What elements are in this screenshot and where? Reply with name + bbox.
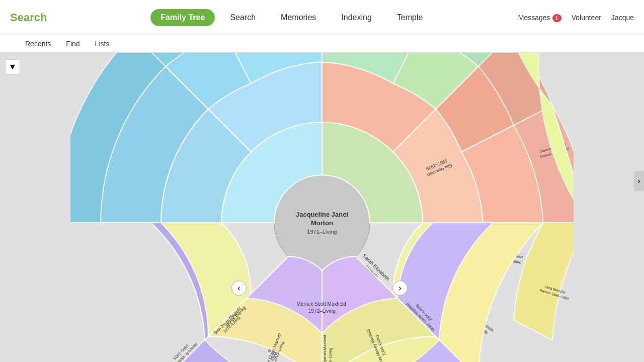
volunteer-link[interactable]: Volunteer <box>572 14 601 22</box>
tab-indexing[interactable]: Indexing <box>331 9 382 26</box>
center-years: 1971–Living <box>307 229 337 235</box>
right-arrow-icon: › <box>398 284 401 293</box>
tab-family-tree[interactable]: Family Tree <box>150 9 215 26</box>
top-bar: Search Family Tree Search Memories Index… <box>0 0 644 35</box>
right-collapse-button[interactable]: › <box>634 171 644 191</box>
fan-nav-right-button[interactable]: › <box>392 281 408 296</box>
logo: Search <box>10 11 50 24</box>
fan-nav-left-button[interactable]: ‹ <box>231 281 247 296</box>
subnav-lists[interactable]: Lists <box>95 40 110 48</box>
center-name2: Morton <box>311 219 333 227</box>
tab-search[interactable]: Search <box>220 9 266 26</box>
nav-tabs: Family Tree Search Memories Indexing Tem… <box>65 9 518 26</box>
messages-badge: 1 <box>552 14 561 22</box>
subnav-recents[interactable]: Recents <box>25 40 51 48</box>
dropdown-icon: ▼ <box>9 62 17 71</box>
right-collapse-icon: › <box>637 176 640 186</box>
top-right: Messages1 Volunteer Jacque <box>518 14 634 22</box>
tab-memories[interactable]: Memories <box>271 9 326 26</box>
dropdown-button[interactable]: ▼ <box>5 59 20 74</box>
tab-temple[interactable]: Temple <box>387 9 433 26</box>
sub-nav: Recents Find Lists <box>0 35 644 53</box>
user-name[interactable]: Jacque <box>611 14 634 22</box>
fan-chart-svg: Jacqueline Janel Morton 1971–Living Rona… <box>70 53 574 362</box>
center-name[interactable]: Jacqueline Janel <box>296 211 348 218</box>
fan-chart-container: Jacqueline Janel Morton 1971–Living Rona… <box>0 53 644 362</box>
messages-link[interactable]: Messages1 <box>518 14 561 22</box>
left-arrow-icon: ‹ <box>237 284 240 293</box>
subnav-find[interactable]: Find <box>66 40 79 48</box>
